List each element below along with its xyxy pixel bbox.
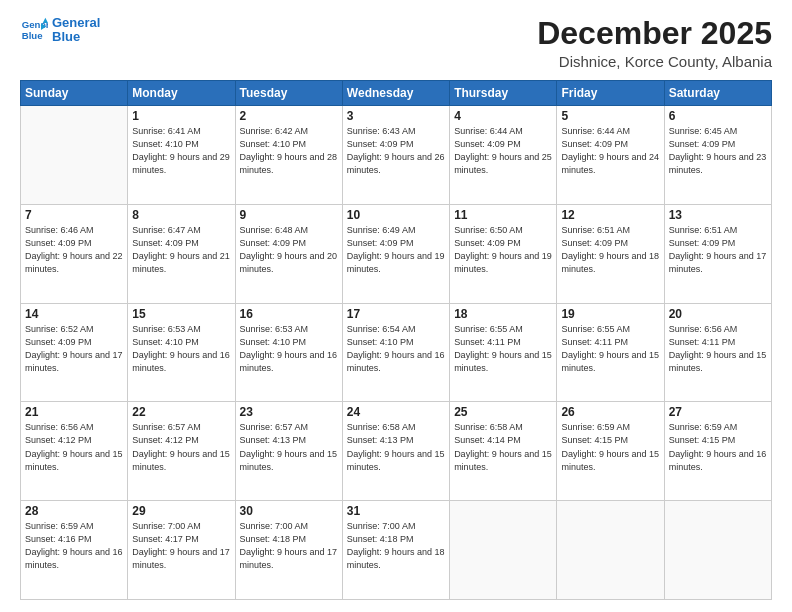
page: General Blue General Blue December 2025 … [0, 0, 792, 612]
day-cell: 25 Sunrise: 6:58 AM Sunset: 4:14 PM Dayl… [450, 402, 557, 501]
day-cell: 1 Sunrise: 6:41 AM Sunset: 4:10 PM Dayli… [128, 106, 235, 205]
day-number: 8 [132, 208, 230, 222]
day-info: Sunrise: 6:59 AM Sunset: 4:16 PM Dayligh… [25, 520, 123, 572]
day-info: Sunrise: 6:44 AM Sunset: 4:09 PM Dayligh… [561, 125, 659, 177]
week-row-5: 28 Sunrise: 6:59 AM Sunset: 4:16 PM Dayl… [21, 501, 772, 600]
day-cell [557, 501, 664, 600]
weekday-sunday: Sunday [21, 81, 128, 106]
day-info: Sunrise: 7:00 AM Sunset: 4:17 PM Dayligh… [132, 520, 230, 572]
day-number: 24 [347, 405, 445, 419]
day-cell: 5 Sunrise: 6:44 AM Sunset: 4:09 PM Dayli… [557, 106, 664, 205]
day-number: 14 [25, 307, 123, 321]
day-number: 1 [132, 109, 230, 123]
logo-icon: General Blue [20, 16, 48, 44]
day-info: Sunrise: 6:54 AM Sunset: 4:10 PM Dayligh… [347, 323, 445, 375]
day-info: Sunrise: 6:49 AM Sunset: 4:09 PM Dayligh… [347, 224, 445, 276]
day-info: Sunrise: 6:41 AM Sunset: 4:10 PM Dayligh… [132, 125, 230, 177]
day-cell: 20 Sunrise: 6:56 AM Sunset: 4:11 PM Dayl… [664, 303, 771, 402]
day-info: Sunrise: 6:59 AM Sunset: 4:15 PM Dayligh… [669, 421, 767, 473]
day-info: Sunrise: 6:42 AM Sunset: 4:10 PM Dayligh… [240, 125, 338, 177]
weekday-tuesday: Tuesday [235, 81, 342, 106]
weekday-saturday: Saturday [664, 81, 771, 106]
week-row-2: 7 Sunrise: 6:46 AM Sunset: 4:09 PM Dayli… [21, 204, 772, 303]
day-info: Sunrise: 6:59 AM Sunset: 4:15 PM Dayligh… [561, 421, 659, 473]
day-number: 30 [240, 504, 338, 518]
day-cell: 21 Sunrise: 6:56 AM Sunset: 4:12 PM Dayl… [21, 402, 128, 501]
day-number: 2 [240, 109, 338, 123]
day-number: 18 [454, 307, 552, 321]
logo-general: General [52, 16, 100, 30]
day-cell: 22 Sunrise: 6:57 AM Sunset: 4:12 PM Dayl… [128, 402, 235, 501]
location-title: Dishnice, Korce County, Albania [537, 53, 772, 70]
day-cell [450, 501, 557, 600]
day-number: 31 [347, 504, 445, 518]
day-info: Sunrise: 6:50 AM Sunset: 4:09 PM Dayligh… [454, 224, 552, 276]
month-title: December 2025 [537, 16, 772, 51]
day-number: 28 [25, 504, 123, 518]
day-number: 25 [454, 405, 552, 419]
week-row-4: 21 Sunrise: 6:56 AM Sunset: 4:12 PM Dayl… [21, 402, 772, 501]
day-info: Sunrise: 7:00 AM Sunset: 4:18 PM Dayligh… [347, 520, 445, 572]
day-info: Sunrise: 6:51 AM Sunset: 4:09 PM Dayligh… [669, 224, 767, 276]
weekday-monday: Monday [128, 81, 235, 106]
day-info: Sunrise: 6:55 AM Sunset: 4:11 PM Dayligh… [454, 323, 552, 375]
logo-blue: Blue [52, 30, 100, 44]
day-info: Sunrise: 6:55 AM Sunset: 4:11 PM Dayligh… [561, 323, 659, 375]
day-cell: 13 Sunrise: 6:51 AM Sunset: 4:09 PM Dayl… [664, 204, 771, 303]
week-row-1: 1 Sunrise: 6:41 AM Sunset: 4:10 PM Dayli… [21, 106, 772, 205]
day-info: Sunrise: 6:45 AM Sunset: 4:09 PM Dayligh… [669, 125, 767, 177]
day-number: 17 [347, 307, 445, 321]
day-info: Sunrise: 6:43 AM Sunset: 4:09 PM Dayligh… [347, 125, 445, 177]
day-cell: 3 Sunrise: 6:43 AM Sunset: 4:09 PM Dayli… [342, 106, 449, 205]
day-number: 26 [561, 405, 659, 419]
calendar-body: 1 Sunrise: 6:41 AM Sunset: 4:10 PM Dayli… [21, 106, 772, 600]
day-cell: 11 Sunrise: 6:50 AM Sunset: 4:09 PM Dayl… [450, 204, 557, 303]
day-number: 21 [25, 405, 123, 419]
day-number: 9 [240, 208, 338, 222]
day-number: 10 [347, 208, 445, 222]
day-number: 23 [240, 405, 338, 419]
weekday-header-row: SundayMondayTuesdayWednesdayThursdayFrid… [21, 81, 772, 106]
calendar-table: SundayMondayTuesdayWednesdayThursdayFrid… [20, 80, 772, 600]
weekday-thursday: Thursday [450, 81, 557, 106]
logo: General Blue General Blue [20, 16, 100, 45]
day-cell: 6 Sunrise: 6:45 AM Sunset: 4:09 PM Dayli… [664, 106, 771, 205]
day-number: 29 [132, 504, 230, 518]
day-cell: 7 Sunrise: 6:46 AM Sunset: 4:09 PM Dayli… [21, 204, 128, 303]
day-cell: 26 Sunrise: 6:59 AM Sunset: 4:15 PM Dayl… [557, 402, 664, 501]
header: General Blue General Blue December 2025 … [20, 16, 772, 70]
day-number: 11 [454, 208, 552, 222]
day-cell: 23 Sunrise: 6:57 AM Sunset: 4:13 PM Dayl… [235, 402, 342, 501]
day-cell [21, 106, 128, 205]
day-cell: 10 Sunrise: 6:49 AM Sunset: 4:09 PM Dayl… [342, 204, 449, 303]
day-info: Sunrise: 6:52 AM Sunset: 4:09 PM Dayligh… [25, 323, 123, 375]
day-info: Sunrise: 6:53 AM Sunset: 4:10 PM Dayligh… [132, 323, 230, 375]
svg-text:Blue: Blue [22, 30, 43, 41]
day-cell: 2 Sunrise: 6:42 AM Sunset: 4:10 PM Dayli… [235, 106, 342, 205]
day-number: 22 [132, 405, 230, 419]
day-number: 13 [669, 208, 767, 222]
day-number: 4 [454, 109, 552, 123]
day-cell: 15 Sunrise: 6:53 AM Sunset: 4:10 PM Dayl… [128, 303, 235, 402]
day-number: 19 [561, 307, 659, 321]
week-row-3: 14 Sunrise: 6:52 AM Sunset: 4:09 PM Dayl… [21, 303, 772, 402]
day-cell: 17 Sunrise: 6:54 AM Sunset: 4:10 PM Dayl… [342, 303, 449, 402]
weekday-wednesday: Wednesday [342, 81, 449, 106]
day-cell: 4 Sunrise: 6:44 AM Sunset: 4:09 PM Dayli… [450, 106, 557, 205]
day-number: 5 [561, 109, 659, 123]
day-info: Sunrise: 6:44 AM Sunset: 4:09 PM Dayligh… [454, 125, 552, 177]
day-number: 7 [25, 208, 123, 222]
day-info: Sunrise: 6:58 AM Sunset: 4:13 PM Dayligh… [347, 421, 445, 473]
day-cell: 27 Sunrise: 6:59 AM Sunset: 4:15 PM Dayl… [664, 402, 771, 501]
day-info: Sunrise: 6:57 AM Sunset: 4:13 PM Dayligh… [240, 421, 338, 473]
day-cell: 31 Sunrise: 7:00 AM Sunset: 4:18 PM Dayl… [342, 501, 449, 600]
day-number: 6 [669, 109, 767, 123]
weekday-friday: Friday [557, 81, 664, 106]
day-cell: 9 Sunrise: 6:48 AM Sunset: 4:09 PM Dayli… [235, 204, 342, 303]
day-cell: 30 Sunrise: 7:00 AM Sunset: 4:18 PM Dayl… [235, 501, 342, 600]
day-cell: 12 Sunrise: 6:51 AM Sunset: 4:09 PM Dayl… [557, 204, 664, 303]
day-info: Sunrise: 6:56 AM Sunset: 4:12 PM Dayligh… [25, 421, 123, 473]
day-info: Sunrise: 6:51 AM Sunset: 4:09 PM Dayligh… [561, 224, 659, 276]
day-number: 3 [347, 109, 445, 123]
day-info: Sunrise: 6:53 AM Sunset: 4:10 PM Dayligh… [240, 323, 338, 375]
